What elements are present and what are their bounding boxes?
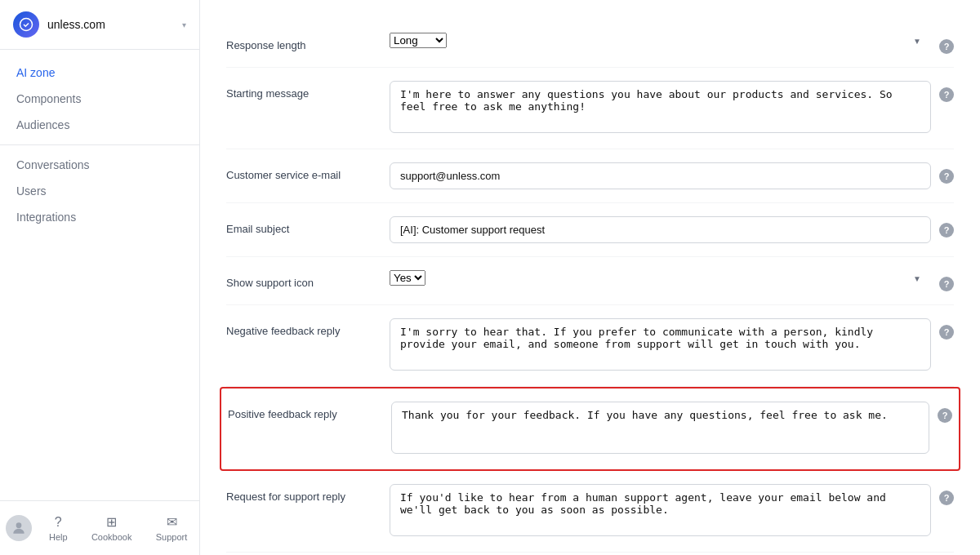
workspace-chevron[interactable]: ▾ [182, 20, 186, 29]
customer-email-control: ? [390, 162, 954, 189]
request-support-row: Request for support reply ? [226, 471, 954, 553]
positive-feedback-row: Positive feedback reply ? [220, 387, 960, 471]
starting-message-textarea[interactable] [390, 81, 931, 133]
help-button[interactable]: ? Help [42, 512, 74, 545]
sidebar: unless.com ▾ AI zone Components Audience… [0, 0, 200, 555]
starting-message-label: Starting message [226, 81, 390, 100]
starting-message-control: ? [390, 81, 954, 135]
show-support-icon-select[interactable]: Yes No [390, 270, 425, 286]
email-subject-row: Email subject ? [226, 203, 954, 257]
starting-message-row: Starting message ? [226, 68, 954, 149]
app-logo [13, 11, 39, 38]
sidebar-item-audiences[interactable]: Audiences [0, 112, 199, 138]
sidebar-bottom: ? Help ⊞ Cookbook ✉ Support [0, 500, 199, 555]
request-support-control: ? [390, 484, 954, 539]
sidebar-item-conversations[interactable]: Conversations [0, 152, 199, 178]
sidebar-divider [0, 144, 199, 145]
response-length-row: Response length Short Medium Long ? [226, 20, 954, 68]
negative-feedback-label: Negative feedback reply [226, 318, 390, 337]
cookbook-icon: ⊞ [106, 514, 117, 530]
show-support-icon-row: Show support icon Yes No ? [226, 257, 954, 305]
svg-point-1 [16, 522, 21, 528]
request-support-label: Request for support reply [226, 484, 390, 503]
request-support-textarea[interactable] [390, 484, 931, 536]
email-subject-help-icon[interactable]: ? [939, 223, 954, 238]
starting-message-help-icon[interactable]: ? [939, 87, 954, 102]
workspace-name: unless.com [47, 18, 174, 31]
positive-feedback-label: Positive feedback reply [228, 402, 391, 420]
show-support-icon-control: Yes No ? [390, 270, 954, 291]
customer-email-row: Customer service e-mail ? [226, 149, 954, 203]
starting-message-textarea-wrap [390, 81, 931, 135]
show-support-icon-help-icon[interactable]: ? [939, 277, 954, 291]
email-subject-input[interactable] [390, 216, 931, 243]
show-support-icon-label: Show support icon [226, 270, 390, 289]
sidebar-item-ai-zone[interactable]: AI zone [0, 60, 199, 86]
email-subject-control: ? [390, 216, 954, 243]
help-icon: ? [55, 515, 62, 530]
sidebar-nav: AI zone Components Audiences Conversatio… [0, 50, 199, 500]
svg-point-0 [20, 19, 33, 31]
negative-feedback-help-icon[interactable]: ? [939, 325, 954, 340]
negative-feedback-row: Negative feedback reply ? [226, 305, 954, 387]
help-label: Help [49, 532, 68, 542]
email-subject-label: Email subject [226, 216, 390, 235]
positive-feedback-textarea-wrap [391, 402, 929, 456]
response-length-label: Response length [226, 33, 390, 51]
customer-email-help-icon[interactable]: ? [939, 169, 954, 184]
positive-feedback-control: ? [391, 402, 952, 456]
user-avatar[interactable] [6, 515, 32, 541]
sidebar-header: unless.com ▾ [0, 0, 199, 50]
customer-email-input[interactable] [390, 162, 931, 189]
show-support-icon-select-wrap: Yes No [390, 270, 931, 286]
response-length-control: Short Medium Long ? [390, 33, 954, 54]
request-support-help-icon[interactable]: ? [939, 491, 954, 505]
cookbook-button[interactable]: ⊞ Cookbook [85, 511, 139, 545]
negative-feedback-textarea[interactable] [390, 318, 931, 371]
positive-feedback-help-icon[interactable]: ? [938, 408, 952, 423]
email-subject-input-wrap [390, 216, 931, 243]
customer-email-label: Customer service e-mail [226, 162, 390, 181]
negative-feedback-control: ? [390, 318, 954, 373]
positive-feedback-textarea[interactable] [391, 402, 929, 454]
sidebar-item-integrations[interactable]: Integrations [0, 204, 199, 230]
response-length-select-wrap: Short Medium Long [390, 33, 931, 48]
customer-email-input-wrap [390, 162, 931, 189]
sidebar-item-users[interactable]: Users [0, 178, 199, 204]
sidebar-item-components[interactable]: Components [0, 86, 199, 112]
request-support-textarea-wrap [390, 484, 931, 539]
support-label: Support [156, 532, 188, 542]
support-icon: ✉ [167, 514, 177, 530]
response-length-help-icon[interactable]: ? [939, 39, 954, 54]
cookbook-label: Cookbook [91, 532, 132, 542]
support-button[interactable]: ✉ Support [149, 511, 194, 545]
main-content: Response length Short Medium Long ? Star… [200, 0, 980, 555]
negative-feedback-textarea-wrap [390, 318, 931, 373]
response-length-select[interactable]: Short Medium Long [390, 33, 447, 48]
